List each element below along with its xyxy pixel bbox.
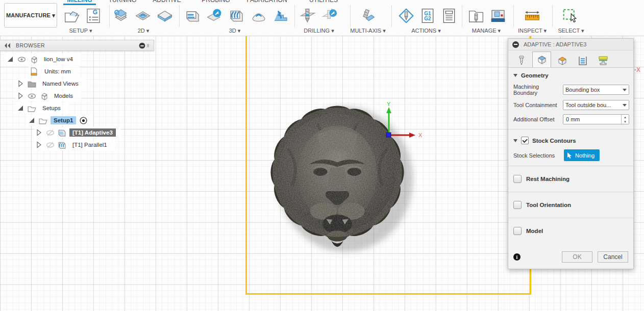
expanded-arrow-icon[interactable] xyxy=(6,55,14,63)
geometry-section-header[interactable]: Geometry xyxy=(508,68,633,82)
swarf-icon[interactable] xyxy=(359,6,376,26)
stock-selections-button[interactable]: Nothing xyxy=(564,149,600,161)
active-setup-radio-icon[interactable] xyxy=(79,116,88,125)
collapsed-arrow-icon[interactable] xyxy=(35,141,43,149)
3d-flat-icon[interactable] xyxy=(206,6,223,26)
tree-row-root[interactable]: lion_low v4 xyxy=(0,54,154,65)
tree-label-root[interactable]: lion_low v4 xyxy=(41,55,76,63)
stock-contours-section-header[interactable]: Stock Contours xyxy=(508,132,633,147)
visibility-eye-icon[interactable] xyxy=(28,92,36,100)
panel-minimize-icon[interactable] xyxy=(139,42,145,48)
expanded-arrow-icon[interactable] xyxy=(16,104,24,112)
group-label-multiaxis[interactable]: MULTI-AXIS ▾ xyxy=(350,28,386,34)
passes-tab-icon[interactable] xyxy=(573,54,592,67)
cancel-button[interactable]: Cancel xyxy=(598,251,628,263)
info-icon[interactable]: i xyxy=(513,253,521,261)
tree-label-adaptive3[interactable]: [T1] Adaptive3 xyxy=(69,128,116,137)
3d-adaptive-icon[interactable] xyxy=(184,6,201,26)
x-axis-label: X xyxy=(418,132,423,138)
dialog-header[interactable]: ADAPTIVE : ADAPTIVE3 xyxy=(508,39,633,50)
tree-row-parallel1[interactable]: [T1] Parallel1 xyxy=(0,139,154,150)
visibility-off-icon[interactable] xyxy=(46,128,55,137)
tab-additive[interactable]: ADDITIVE xyxy=(153,0,181,4)
setup-sheet-icon[interactable] xyxy=(440,6,458,26)
tree-label-models[interactable]: Models xyxy=(51,92,76,100)
stock-contours-checkbox[interactable] xyxy=(521,137,529,144)
spinner-down-icon[interactable]: ▼ xyxy=(622,119,629,124)
machining-boundary-row: Machining Boundary Bounding box xyxy=(508,82,633,98)
group-label-inspect[interactable]: INSPECT ▾ xyxy=(518,28,547,34)
expanded-arrow-icon[interactable] xyxy=(28,116,36,124)
collapsed-arrow-icon[interactable] xyxy=(16,92,24,100)
panel-grip-icon[interactable] xyxy=(145,41,151,50)
tree-row-named-views[interactable]: Named Views xyxy=(0,78,154,89)
additional-offset-input[interactable]: 0 mm ▲▼ xyxy=(563,114,629,124)
face-icon[interactable] xyxy=(156,6,174,26)
workspace-switcher-button[interactable]: MANUFACTURE ▾ xyxy=(4,3,57,28)
tree-label-parallel1[interactable]: [T1] Parallel1 xyxy=(69,141,110,149)
chevron-down-icon xyxy=(623,104,627,107)
collapse-panel-icon[interactable] xyxy=(3,41,12,50)
tree-label-setups[interactable]: Setups xyxy=(39,104,64,112)
tree-row-units[interactable]: Units: mm xyxy=(0,66,154,77)
rest-machining-group[interactable]: Rest Machining xyxy=(508,169,633,189)
section-expand-caret[interactable] xyxy=(513,139,517,142)
machining-boundary-select[interactable]: Bounding box xyxy=(563,85,629,95)
tab-fabrication[interactable]: FABRICATION xyxy=(246,0,287,4)
tool-library-icon[interactable] xyxy=(467,6,485,26)
group-label-manage[interactable]: MANAGE ▾ xyxy=(472,28,501,34)
new-setup-icon[interactable] xyxy=(63,6,81,26)
group-label-actions[interactable]: ACTIONS ▾ xyxy=(411,28,440,34)
tab-probing[interactable]: PROBING xyxy=(202,0,230,4)
tool-orientation-group[interactable]: Tool Orientation xyxy=(508,195,633,215)
drill-icon[interactable] xyxy=(299,6,316,26)
simulate-icon[interactable] xyxy=(398,6,415,26)
2d-pocket-icon[interactable] xyxy=(134,6,152,26)
geometry-tab-icon[interactable] xyxy=(532,51,551,67)
tab-utilities[interactable]: UTILITIES xyxy=(309,0,338,4)
model-checkbox[interactable] xyxy=(513,227,522,235)
tab-milling[interactable]: MILLING xyxy=(67,0,92,4)
tree-label-named-views[interactable]: Named Views xyxy=(39,80,82,88)
tool-orientation-checkbox[interactable] xyxy=(513,201,522,209)
spinner-buttons[interactable]: ▲▼ xyxy=(621,115,629,124)
collapsed-arrow-icon[interactable] xyxy=(16,80,24,88)
tree-label-units[interactable]: Units: mm xyxy=(41,67,74,75)
collapsed-arrow-icon[interactable] xyxy=(35,128,43,137)
machine-library-icon[interactable] xyxy=(489,6,507,26)
visibility-off-icon[interactable] xyxy=(46,141,55,149)
group-label-3d[interactable]: 3D ▾ xyxy=(229,28,241,34)
tool-tab-icon[interactable] xyxy=(512,54,531,67)
drill-wrench-icon[interactable]: + xyxy=(321,6,338,26)
tool-containment-select[interactable]: Tool outside bou... xyxy=(563,100,629,110)
measure-ruler-icon[interactable] xyxy=(524,6,541,26)
spinner-up-icon[interactable]: ▲ xyxy=(622,115,629,119)
group-label-2d[interactable]: 2D ▾ xyxy=(138,28,150,34)
group-label-select[interactable]: SELECT ▾ xyxy=(558,28,584,34)
group-label-setup[interactable]: SETUP ▾ xyxy=(69,28,92,34)
3d-contour-icon[interactable] xyxy=(250,6,267,26)
tree-label-setup1[interactable]: Setup1 xyxy=(51,116,76,124)
group-label-drilling[interactable]: DRILLING ▾ xyxy=(304,28,334,34)
3d-ramp-icon[interactable] xyxy=(272,6,289,26)
post-g-document-icon[interactable]: G xyxy=(85,6,102,26)
dialog-title: ADAPTIVE : ADAPTIVE3 xyxy=(524,41,587,47)
dialog-minimize-icon[interactable] xyxy=(512,41,519,48)
ok-button[interactable]: OK xyxy=(562,251,592,263)
rest-machining-checkbox[interactable] xyxy=(513,175,522,183)
window-select-icon[interactable] xyxy=(562,6,579,26)
2d-adaptive-icon[interactable] xyxy=(112,6,130,26)
visibility-eye-icon[interactable] xyxy=(17,55,26,64)
heights-tab-icon[interactable] xyxy=(553,54,572,67)
3d-parallel-icon[interactable] xyxy=(228,6,245,26)
section-expand-caret[interactable] xyxy=(513,74,517,77)
post-process-icon[interactable]: G1G2 xyxy=(419,6,436,26)
tree-row-setup1[interactable]: Setup1 xyxy=(0,115,154,126)
linking-tab-icon[interactable] xyxy=(593,54,612,67)
tree-row-setups[interactable]: Setups xyxy=(0,102,154,114)
tree-row-adaptive3[interactable]: [T1] Adaptive3 xyxy=(0,127,154,138)
model-group[interactable]: Model xyxy=(508,221,633,241)
tree-row-models[interactable]: Models xyxy=(0,90,154,101)
tab-turning[interactable]: TURNING xyxy=(109,0,137,4)
group-separator xyxy=(179,5,180,27)
